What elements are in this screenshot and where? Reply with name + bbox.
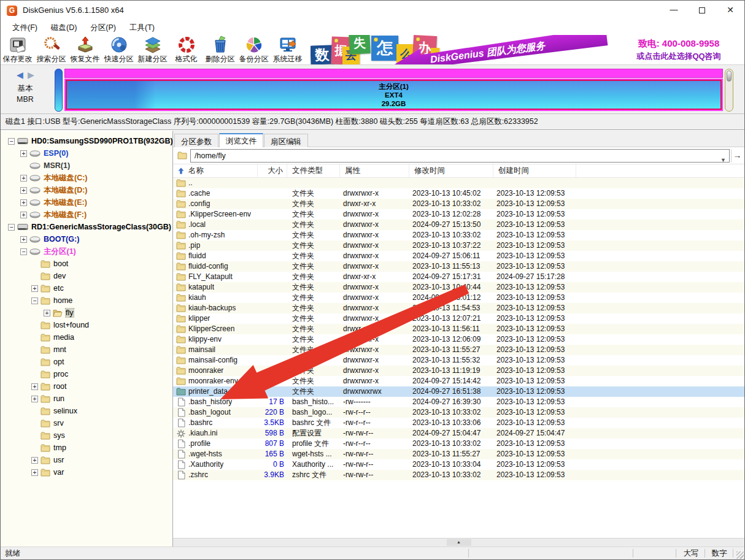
collapse-icon[interactable]: −	[31, 297, 38, 304]
tree-item-rd1-genericmassstorageclass-30gb-[interactable]: −RD1:GenericMassStorageClass(30GB)	[1, 221, 172, 233]
tree-item-boot-g-[interactable]: +BOOT(G:)	[1, 233, 172, 245]
tree-item-hd0-samsungssd990pro1tb-932gb-[interactable]: −HD0:SamsungSSD990PRO1TB(932GB)	[1, 135, 172, 147]
maximize-button[interactable]	[688, 1, 716, 20]
path-input[interactable]: /home/fly ▼	[190, 149, 730, 163]
tree-item-mnt[interactable]: mnt	[1, 343, 172, 356]
banner-qq-link[interactable]: 或点击此处选择QQ咨询	[617, 51, 740, 62]
file-row[interactable]: .Xauthority0 BXauthority ...-rw-rw-r--20…	[173, 459, 744, 470]
tree-item-opt[interactable]: opt	[1, 356, 172, 368]
file-row[interactable]: .cache文件夹drwxrwxr-x2023-10-13 10:45:0220…	[173, 188, 744, 199]
file-row[interactable]: ..	[173, 178, 744, 188]
chevron-down-icon[interactable]: ▼	[720, 154, 726, 166]
free-space-strip[interactable]	[64, 69, 723, 78]
expand-icon[interactable]: +	[44, 310, 50, 316]
file-row[interactable]: mainsail-config文件夹drwxrwxr-x2023-10-13 1…	[173, 355, 744, 366]
tree-item-tmp[interactable]: tmp	[1, 442, 172, 454]
close-button[interactable]: ✕	[716, 1, 744, 20]
file-row[interactable]: kiauh-backups文件夹drwxrwxr-x2023-10-13 11:…	[173, 303, 744, 313]
tree-item-fly[interactable]: +fly	[1, 307, 172, 319]
file-row[interactable]: .pip文件夹drwxrwxr-x2023-10-13 10:37:222023…	[173, 240, 744, 251]
file-row[interactable]: .local文件夹drwxrwxr-x2024-09-27 15:13:5020…	[173, 220, 744, 230]
menu-item-0[interactable]: 文件(F)	[6, 20, 44, 35]
expand-icon[interactable]: +	[31, 457, 38, 464]
menu-item-1[interactable]: 磁盘(D)	[44, 20, 83, 35]
file-row[interactable]: .zshrc3.9KBzshrc 文件-rw-rw-r--2023-10-13 …	[173, 470, 744, 480]
file-row[interactable]: fluidd文件夹drwxrwxr-x2024-09-27 15:06:1120…	[173, 251, 744, 261]
minimize-button[interactable]: —	[660, 1, 688, 20]
tree-item-media[interactable]: media	[1, 331, 172, 343]
tree-item--e-[interactable]: +本地磁盘(E:)	[1, 196, 172, 209]
prev-disk-icon[interactable]: ◀	[17, 70, 23, 80]
expand-icon[interactable]: +	[31, 383, 38, 390]
expand-panel-button[interactable]: ▲	[447, 539, 471, 546]
column-header-1[interactable]: 大小	[258, 164, 287, 177]
file-row[interactable]: mainsail文件夹drwxrwxr-x2023-10-13 11:55:27…	[173, 345, 744, 355]
toolbar-button-format[interactable]: 格式化	[169, 35, 203, 64]
toolbar-button-system-migration[interactable]: 系统迁移	[271, 35, 304, 64]
file-row[interactable]: FLY_Katapult文件夹drwxr-xr-x2024-09-27 15:1…	[173, 272, 744, 282]
expand-icon[interactable]: +	[20, 187, 27, 194]
toolbar-button-delete-partition[interactable]: 删除分区	[203, 35, 237, 64]
expand-icon[interactable]: +	[20, 212, 27, 218]
tree-item-srv[interactable]: srv	[1, 417, 172, 429]
file-row[interactable]: .bash_logout220 Bbash_logo...-rw-r--r--2…	[173, 407, 744, 418]
tree-item-boot[interactable]: boot	[1, 258, 172, 270]
column-header-3[interactable]: 属性	[340, 164, 409, 177]
expand-icon[interactable]: +	[31, 285, 38, 292]
file-row[interactable]: printer_data文件夹drwxrwxrwx2024-09-27 16:5…	[173, 386, 744, 397]
column-header-4[interactable]: 修改时间	[409, 164, 493, 177]
partition-block[interactable]: 主分区(1) EXT4 29.2GB	[64, 79, 723, 111]
tree-item-lost-found[interactable]: lost+found	[1, 319, 172, 331]
tree-item-var[interactable]: +var	[1, 466, 172, 478]
file-row[interactable]: .KlipperScreen-env文件夹drwxrwxr-x2023-10-1…	[173, 209, 744, 220]
file-row[interactable]: .config文件夹drwxr-xr-x2023-10-13 10:33:022…	[173, 199, 744, 209]
toolbar-button-quick-partition[interactable]: 快速分区	[102, 35, 136, 64]
tree-item--d-[interactable]: +本地磁盘(D:)	[1, 184, 172, 196]
tree-item-msr-1-[interactable]: MSR(1)	[1, 159, 172, 172]
file-row[interactable]: moonraker文件夹drwxrwxr-x2023-10-13 11:19:1…	[173, 366, 744, 376]
expand-icon[interactable]: +	[20, 199, 27, 206]
tree-item--c-[interactable]: +本地磁盘(C:)	[1, 172, 172, 184]
ad-banner[interactable]: 数据丢失怎么办！ DiskGenius 团队为您服务 致电: 400-008-9…	[311, 35, 743, 64]
go-button[interactable]: →	[731, 149, 743, 163]
toolbar-button-backup-partition[interactable]: 备份分区	[237, 35, 271, 64]
expand-icon[interactable]: +	[20, 175, 27, 182]
column-header-0[interactable]: 名称	[173, 164, 258, 177]
expand-icon[interactable]: +	[20, 236, 27, 243]
file-row[interactable]: klippy-env文件夹drwxrwxr-x2023-10-13 12:06:…	[173, 334, 744, 345]
file-row[interactable]: .bash_history17 Bbash_histo...-rw-------…	[173, 397, 744, 407]
tab-1[interactable]: 浏览文件	[219, 133, 263, 148]
toolbar-button-new-partition[interactable]: 新建分区	[136, 35, 169, 64]
tree-item-run[interactable]: +run	[1, 393, 172, 405]
toolbar-button-save-changes[interactable]: 保存更改	[1, 35, 34, 64]
file-row[interactable]: .profile807 Bprofile 文件-rw-r--r--2023-10…	[173, 439, 744, 449]
file-row[interactable]: fluidd-config文件夹drwxrwxr-x2023-10-13 11:…	[173, 261, 744, 272]
tree-item-sys[interactable]: sys	[1, 429, 172, 442]
file-row[interactable]: moonraker-env文件夹drwxrwxr-x2024-09-27 15:…	[173, 376, 744, 386]
toolbar-button-recover-files[interactable]: 恢复文件	[68, 35, 102, 64]
expand-icon[interactable]: +	[31, 396, 38, 402]
file-row[interactable]: KlipperScreen文件夹drwxr-xr-x2023-10-13 11:…	[173, 324, 744, 334]
tree-item-usr[interactable]: +usr	[1, 454, 172, 466]
menu-item-3[interactable]: 工具(T)	[123, 20, 161, 35]
collapse-icon[interactable]: −	[8, 138, 15, 145]
tree-item-selinux[interactable]: selinux	[1, 405, 172, 417]
file-row[interactable]: .kiauh.ini598 B配置设置-rw-rw-r--2024-09-27 …	[173, 428, 744, 439]
file-row[interactable]: .bashrc3.5KBbashrc 文件-rw-r--r--2023-10-1…	[173, 418, 744, 428]
file-row[interactable]: kiauh文件夹drwxrwxr-x2024-09-27 15:01:12202…	[173, 293, 744, 303]
expand-icon[interactable]: +	[20, 150, 27, 157]
file-row[interactable]: .wget-hsts165 Bwget-hsts ...-rw-rw-r--20…	[173, 449, 744, 459]
toolbar-button-search-partition[interactable]: 搜索分区	[34, 35, 68, 64]
tree-item-root[interactable]: +root	[1, 380, 172, 393]
tree-item-home[interactable]: −home	[1, 294, 172, 307]
next-disk-icon[interactable]: ▶	[28, 70, 34, 80]
tree-item-etc[interactable]: +etc	[1, 282, 172, 294]
tree-item-esp-0-[interactable]: +ESP(0)	[1, 147, 172, 159]
resize-grip[interactable]	[736, 551, 744, 559]
column-header-2[interactable]: 文件类型	[287, 164, 340, 177]
expand-icon[interactable]: +	[31, 469, 38, 476]
menu-item-2[interactable]: 分区(P)	[83, 20, 123, 35]
tree-item--f-[interactable]: +本地磁盘(F:)	[1, 209, 172, 221]
file-row[interactable]: klipper文件夹drwxrwxr-x2023-10-13 12:07:212…	[173, 313, 744, 324]
tree-item-dev[interactable]: dev	[1, 270, 172, 282]
